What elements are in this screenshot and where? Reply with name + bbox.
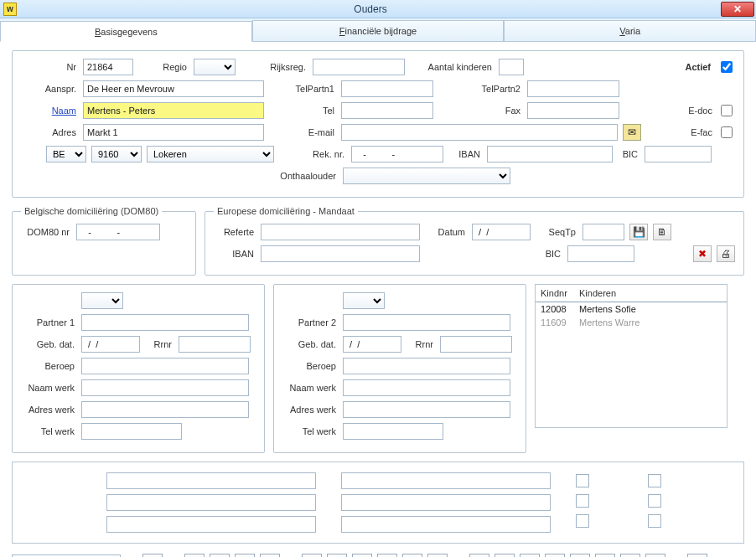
- group-button[interactable]: 👥: [495, 554, 515, 557]
- close-button[interactable]: ✕: [721, 2, 754, 17]
- input-reknr[interactable]: [351, 146, 443, 162]
- select-gemeente[interactable]: Lokeren: [147, 146, 274, 162]
- input-p1-naamwerk[interactable]: [81, 379, 249, 396]
- extra-col1-row2[interactable]: [106, 494, 316, 511]
- input-partner2-naam[interactable]: [343, 314, 510, 331]
- nav-prev-button[interactable]: ◀: [210, 554, 230, 557]
- email-button[interactable]: ✉: [623, 124, 641, 141]
- extra-check-a3[interactable]: [576, 514, 589, 528]
- mandaat-delete-button[interactable]: ✖: [693, 245, 712, 262]
- extra-check-a1[interactable]: [576, 474, 589, 487]
- home-button[interactable]: ⌂: [620, 554, 640, 557]
- input-p1-beroep[interactable]: [81, 358, 249, 374]
- extra-check-b3[interactable]: [648, 514, 661, 528]
- input-telpartn2[interactable]: [527, 80, 619, 97]
- label-button[interactable]: 🏷: [595, 554, 615, 557]
- extra-col1-row3[interactable]: [106, 516, 316, 533]
- input-iban[interactable]: [487, 146, 613, 162]
- input-p2-adreswerk[interactable]: [343, 401, 510, 418]
- label-partner2: Partner 2: [282, 317, 338, 327]
- window-title: Ouders: [20, 3, 721, 15]
- input-aantal-kinderen[interactable]: [499, 59, 524, 75]
- label-tel: Tel: [269, 106, 336, 116]
- checkbox-efac[interactable]: [721, 126, 733, 138]
- tab-varia[interactable]: Varia: [504, 20, 756, 41]
- nav-last-button[interactable]: ▶|: [260, 554, 280, 557]
- input-eu-bic[interactable]: [567, 245, 634, 262]
- save-record-button[interactable]: 💾: [327, 554, 347, 557]
- label-edoc: E-doc: [688, 106, 714, 116]
- input-p2-naamwerk[interactable]: [343, 379, 510, 396]
- label-eu-iban: IBAN: [214, 249, 256, 259]
- input-p1-rrnr[interactable]: [179, 336, 251, 353]
- filter-button[interactable]: ⧩: [545, 554, 565, 557]
- table-row[interactable]: 11609 Mertens Warre: [536, 316, 727, 329]
- extra-check-b2[interactable]: [648, 494, 661, 508]
- select-regio[interactable]: [194, 59, 236, 75]
- copy-record-button[interactable]: ⧉: [377, 554, 397, 557]
- select-land[interactable]: BE: [46, 146, 86, 162]
- paste-button[interactable]: 📋: [427, 554, 448, 557]
- input-p1-adreswerk[interactable]: [81, 401, 249, 418]
- input-eu-iban[interactable]: [261, 245, 420, 262]
- input-partner1-naam[interactable]: [81, 314, 249, 331]
- search-button[interactable]: 🔭: [469, 554, 489, 557]
- checkbox-edoc[interactable]: [721, 105, 733, 116]
- label-rijksreg: Rijksreg.: [241, 62, 308, 72]
- label-aanspr: Aanspr.: [21, 84, 78, 94]
- tab-financiele-bijdrage[interactable]: Financiële bijdrage: [252, 20, 505, 41]
- extra-col2-row3[interactable]: [341, 516, 551, 533]
- table-row[interactable]: 12008 Mertens Sofie: [536, 302, 727, 316]
- kinderen-table[interactable]: Kindnr Kinderen 12008 Mertens Sofie 1160…: [535, 284, 728, 428]
- input-aanspr[interactable]: [83, 80, 264, 97]
- input-email[interactable]: [341, 124, 618, 141]
- extra-col2-row2[interactable]: [341, 494, 551, 511]
- col-kinderen: Kinderen: [579, 288, 722, 298]
- partner1-fieldset: Partner 1 Geb. dat. Rrnr Beroep Naam wer…: [12, 284, 265, 453]
- extra-col2-row1[interactable]: [341, 472, 551, 489]
- input-p1-telwerk[interactable]: [81, 423, 182, 440]
- nav-next-button[interactable]: ▶: [235, 554, 255, 557]
- mandaat-save-button[interactable]: 💾: [629, 224, 648, 240]
- list-button[interactable]: ▤: [520, 554, 540, 557]
- input-dom80nr[interactable]: [76, 224, 160, 240]
- nav-first-button[interactable]: |◀: [184, 554, 205, 557]
- input-naam[interactable]: [83, 102, 264, 119]
- label-referte: Referte: [214, 227, 256, 237]
- sort-button[interactable]: A↓: [142, 554, 163, 557]
- new-record-button[interactable]: 🗎: [302, 554, 322, 557]
- link-naam[interactable]: Naam: [21, 106, 78, 116]
- extra-check-b1[interactable]: [648, 474, 661, 487]
- input-p2-telwerk[interactable]: [343, 423, 443, 440]
- mandaat-new-button[interactable]: 🗎: [653, 224, 671, 240]
- extra-col1-row1[interactable]: [106, 472, 316, 489]
- input-telpartn1[interactable]: [341, 80, 433, 97]
- select-onthaalouder[interactable]: [343, 168, 510, 184]
- input-p2-beroep[interactable]: [343, 358, 510, 374]
- select-postcode[interactable]: 9160: [91, 146, 142, 162]
- select-partner2-type[interactable]: [343, 292, 385, 309]
- undo-button[interactable]: ↶: [402, 554, 422, 557]
- exit-button[interactable]: ⇥: [687, 554, 707, 557]
- input-fax[interactable]: [527, 102, 619, 119]
- input-datum[interactable]: [472, 224, 531, 240]
- input-bic[interactable]: [645, 146, 712, 162]
- tab-basisgegevens[interactable]: Basisgegevens: [0, 21, 252, 42]
- euro-button[interactable]: €: [645, 554, 665, 557]
- input-referte[interactable]: [261, 224, 420, 240]
- delete-record-button[interactable]: ✖: [352, 554, 372, 557]
- checkbox-actief[interactable]: [721, 61, 733, 73]
- input-rijksreg[interactable]: [313, 59, 405, 75]
- input-p1-gebdat[interactable]: [81, 336, 140, 353]
- input-tel[interactable]: [341, 102, 433, 119]
- mandaat-print-button[interactable]: 🖨: [717, 245, 735, 262]
- envelope-icon: ✉: [628, 126, 636, 138]
- input-p2-rrnr[interactable]: [440, 336, 512, 353]
- extra-check-a2[interactable]: [576, 494, 589, 508]
- input-seqtp[interactable]: [583, 224, 624, 240]
- select-partner1-type[interactable]: [81, 292, 123, 309]
- print-button[interactable]: 🖨: [570, 554, 590, 557]
- input-p2-gebdat[interactable]: [343, 336, 401, 353]
- input-nr[interactable]: [83, 59, 133, 75]
- input-adres[interactable]: [83, 124, 264, 141]
